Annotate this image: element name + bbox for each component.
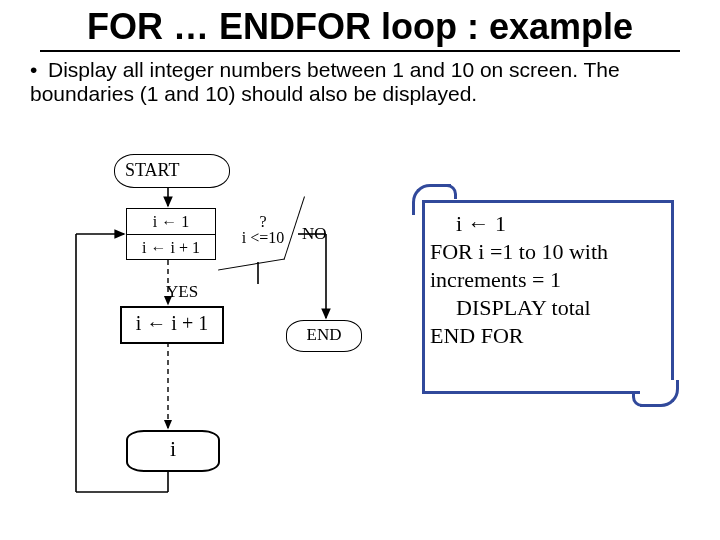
bullet-text: •Display all integer numbers between 1 a… bbox=[0, 58, 720, 106]
pseudocode: i ← 1 FOR i =1 to 10 with increments = 1… bbox=[430, 210, 666, 350]
flow-step: i ← i + 1 bbox=[127, 234, 215, 260]
flow-display: i bbox=[126, 430, 220, 472]
flow-arrows bbox=[40, 140, 420, 520]
flow-cond-q: ? bbox=[259, 213, 266, 230]
code-line-4: DISPLAY total bbox=[430, 294, 666, 322]
code-line-5: END FOR bbox=[430, 322, 666, 350]
flow-end: END bbox=[286, 320, 362, 352]
flow-start: START bbox=[114, 154, 230, 188]
title-underline bbox=[40, 50, 680, 52]
flow-yes-label: YES bbox=[166, 282, 198, 302]
flow-for-header: i ← 1 i ← i + 1 bbox=[126, 208, 216, 260]
flow-process: i ← i + 1 bbox=[120, 306, 224, 344]
flow-decision: ?i <=10 bbox=[222, 208, 302, 258]
flow-no-label: NO bbox=[302, 224, 327, 244]
diagram-stage: START i ← 1 i ← i + 1 ?i <=10 NO YES i ←… bbox=[40, 140, 680, 530]
flow-cond: i <=10 bbox=[242, 229, 285, 246]
bullet-content: Display all integer numbers between 1 an… bbox=[30, 58, 620, 105]
slide-title: FOR … ENDFOR loop : example bbox=[0, 0, 720, 48]
flow-init: i ← 1 bbox=[127, 209, 215, 234]
code-line-1: i ← 1 bbox=[430, 210, 666, 238]
code-line-2: FOR i =1 to 10 with bbox=[430, 238, 666, 266]
code-line-3: increments = 1 bbox=[430, 266, 666, 294]
scroll-curl-bottom bbox=[640, 380, 679, 407]
